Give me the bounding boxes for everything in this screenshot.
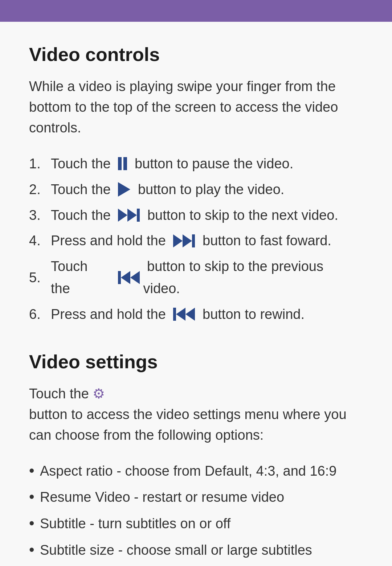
list-item: 1. Touch the button to pause the video. [29, 153, 363, 175]
bullet-item-2: • Resume Video - restart or resume video [29, 486, 363, 508]
list-num: 5. [29, 267, 51, 289]
settings-intro-after: button to access the video settings menu… [29, 404, 363, 446]
list-text-after: button to skip to the previous video. [143, 255, 363, 300]
list-text-after: button to play the video. [134, 179, 284, 201]
list-text-before: Press and hold the [51, 303, 170, 325]
bullet-text: Subtitle - turn subtitles on or off [40, 513, 230, 535]
video-controls-intro: While a video is playing swipe your fing… [29, 76, 363, 138]
list-num: 1. [29, 153, 51, 175]
list-text-before: Touch the [51, 153, 114, 175]
bullet-item-3: • Subtitle - turn subtitles on or off [29, 513, 363, 535]
video-settings-title: Video settings [29, 351, 363, 373]
play-icon [118, 182, 130, 197]
list-item: 3. Touch the button to skip to the next … [29, 204, 363, 226]
settings-bullet-list: • Aspect ratio - choose from Default, 4:… [29, 460, 363, 566]
bullet-item-1: • Aspect ratio - choose from Default, 4:… [29, 460, 363, 482]
list-num: 2. [29, 179, 51, 201]
bullet-text: Subtitle size - choose small or large su… [40, 539, 312, 561]
bullet-text: Resume Video - restart or resume video [40, 486, 284, 508]
skip-next-icon [118, 209, 140, 222]
list-text-after: button to rewind. [199, 303, 305, 325]
list-item: 5. Touch the button to skip to the previ… [29, 255, 363, 300]
bullet-item-4: • Subtitle size - choose small or large … [29, 539, 363, 561]
skip-prev-icon-2 [173, 308, 195, 321]
gear-icon: ⚙ [93, 384, 105, 404]
list-item: 4. Press and hold the button to fast fow… [29, 230, 363, 252]
list-text-before: Touch the [51, 179, 114, 201]
bullet-dot: • [29, 539, 40, 561]
bullet-dot: • [29, 486, 40, 508]
list-text-before: Press and hold the [51, 230, 170, 252]
list-text-after: button to fast foward. [199, 230, 331, 252]
purple-header [0, 0, 392, 22]
video-settings-intro: Touch the ⚙ button to access the video s… [29, 384, 363, 446]
video-controls-list: 1. Touch the button to pause the video. … [29, 153, 363, 325]
skip-prev-icon [118, 271, 140, 284]
list-item: 2. Touch the button to play the video. [29, 179, 363, 201]
bullet-dot: • [29, 460, 40, 481]
bullet-dot: • [29, 513, 40, 534]
list-text-after: button to skip to the next video. [143, 204, 338, 226]
list-text-before: Touch the [51, 204, 114, 226]
bullet-text: Aspect ratio - choose from Default, 4:3,… [40, 460, 336, 482]
video-controls-title: Video controls [29, 44, 363, 65]
skip-next-icon-2 [173, 234, 195, 247]
list-text-after: button to pause the video. [131, 153, 293, 175]
list-text-before: Touch the [51, 255, 114, 300]
settings-intro-before: Touch the [29, 384, 89, 404]
list-num: 3. [29, 204, 51, 226]
main-content: Video controls While a video is playing … [0, 22, 392, 566]
list-num: 4. [29, 230, 51, 252]
list-item: 6. Press and hold the button to rewind. [29, 303, 363, 325]
pause-icon [118, 157, 127, 170]
list-num: 6. [29, 303, 51, 325]
